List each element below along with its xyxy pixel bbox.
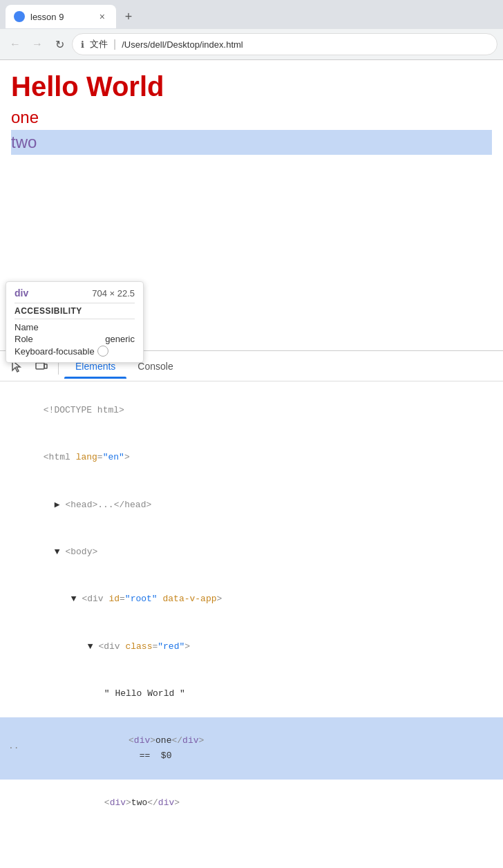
tab-close-button[interactable]: × [97, 10, 108, 23]
code-line-div-red: ▼ <div class="red"> [0, 623, 503, 670]
svg-rect-2 [44, 364, 47, 368]
address-separator: | [113, 38, 116, 50]
code-line-head: ▶ <head>...</head> [0, 482, 503, 529]
role-value: generic [105, 334, 135, 344]
keyboard-label: Keyboard-focusable [15, 346, 95, 357]
code-line-doctype: <!DOCTYPE html> [0, 387, 503, 434]
active-tab[interactable]: lesson 9 × [6, 5, 116, 28]
back-icon: ← [10, 38, 21, 50]
tooltip-tag-line: div 704 × 22.5 [15, 287, 135, 299]
forward-icon: → [32, 38, 43, 50]
address-bar[interactable]: ℹ 文件 | /Users/dell/Desktop/index.html [72, 33, 497, 55]
code-line-div-root: ▼ <div id="root" data-v-app> [0, 576, 503, 623]
code-line-div-one[interactable]: ·· <div>one</div> == $0 [0, 717, 503, 780]
more-options-icon: ·· [3, 741, 25, 756]
page-content: Hello World one two div 704 × 22.5 ACCES… [0, 60, 503, 350]
browser-chrome: lesson 9 × + ← → ↻ ℹ 文件 | /Users/dell/De… [0, 0, 503, 60]
tooltip-name-row: Name [15, 322, 135, 332]
nav-bar: ← → ↻ ℹ 文件 | /Users/dell/Desktop/index.h… [0, 29, 503, 59]
tooltip-keyboard-row: Keyboard-focusable [15, 346, 135, 357]
tooltip-divider [15, 303, 135, 303]
tab-favicon-icon [14, 11, 25, 22]
devtools-code-view: <!DOCTYPE html> <html lang="en"> ▶ <head… [0, 381, 503, 833]
accessibility-title: ACCESSIBILITY [15, 306, 135, 316]
element-inspector-tooltip: div 704 × 22.5 ACCESSIBILITY Name Role g… [6, 281, 144, 363]
tooltip-size: 704 × 22.5 [92, 288, 135, 299]
security-icon: ℹ [81, 39, 84, 50]
tooltip-tag: div [15, 287, 28, 299]
tooltip-divider2 [15, 319, 135, 319]
name-label: Name [15, 322, 39, 332]
code-line-body: ▼ <body> [0, 529, 503, 576]
one-text: one [11, 108, 492, 127]
new-tab-button[interactable]: + [119, 7, 138, 26]
back-button[interactable]: ← [6, 35, 25, 54]
two-text: two [11, 130, 492, 155]
tab-title: lesson 9 [30, 12, 91, 22]
address-security-label: 文件 [90, 38, 108, 50]
svg-rect-1 [36, 363, 44, 369]
forward-button[interactable]: → [28, 35, 47, 54]
tooltip-role-row: Role generic [15, 334, 135, 344]
code-line-div-two: <div>two</div> [0, 780, 503, 827]
code-line-text-hello: " Hello World " [0, 670, 503, 717]
role-label: Role [15, 334, 33, 344]
hello-world-heading: Hello World [11, 71, 492, 102]
reload-icon: ↻ [55, 38, 64, 51]
code-line-html: <html lang="en"> [0, 434, 503, 481]
reload-button[interactable]: ↻ [50, 35, 69, 54]
devtools-panel: Elements Console <!DOCTYPE html> <html l… [0, 350, 503, 664]
address-url: /Users/dell/Desktop/index.html [122, 39, 243, 50]
tab-bar: lesson 9 × + [0, 0, 503, 29]
keyboard-focusable-icon [97, 346, 108, 357]
